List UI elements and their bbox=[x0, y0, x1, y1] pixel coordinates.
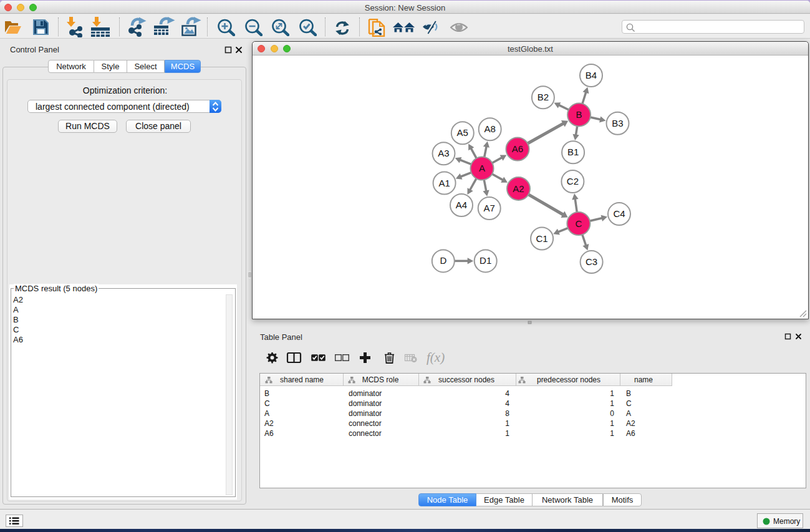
svg-text:C2: C2 bbox=[567, 176, 579, 186]
svg-text:A5: A5 bbox=[457, 127, 468, 138]
svg-text:B4: B4 bbox=[586, 70, 597, 80]
svg-text:C3: C3 bbox=[586, 256, 597, 267]
svg-text:A8: A8 bbox=[485, 123, 496, 134]
svg-text:C4: C4 bbox=[613, 208, 625, 219]
svg-text:B3: B3 bbox=[612, 118, 623, 128]
svg-text:B: B bbox=[576, 109, 582, 120]
svg-text:A1: A1 bbox=[438, 178, 450, 188]
svg-text:C: C bbox=[575, 218, 582, 229]
svg-text:D: D bbox=[440, 255, 446, 266]
svg-text:A3: A3 bbox=[438, 148, 449, 158]
svg-text:B1: B1 bbox=[567, 147, 579, 157]
svg-text:A6: A6 bbox=[512, 143, 523, 154]
svg-text:A4: A4 bbox=[456, 200, 467, 210]
svg-text:A7: A7 bbox=[484, 203, 495, 213]
svg-text:C1: C1 bbox=[536, 233, 548, 244]
svg-text:B2: B2 bbox=[538, 92, 549, 102]
svg-text:A2: A2 bbox=[513, 183, 524, 194]
svg-text:A: A bbox=[479, 163, 485, 173]
svg-text:D1: D1 bbox=[480, 255, 491, 266]
